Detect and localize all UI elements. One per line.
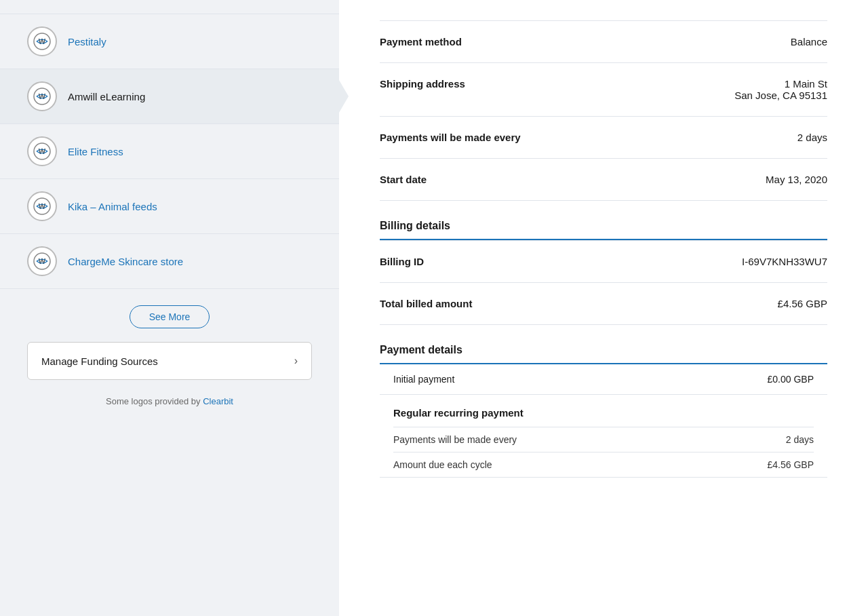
right-panel: Payment methodBalanceShipping address1 M…	[339, 0, 868, 616]
billing-label-0: Billing ID	[380, 256, 424, 267]
svg-text:W: W	[39, 147, 46, 155]
store-name-amwill: Amwill eLearning	[68, 91, 145, 102]
billing-row-0: Billing IDI-69V7KNH33WU7	[380, 240, 827, 283]
svg-text:W: W	[39, 202, 46, 210]
detail-value-1: 1 Main StSan Jose, CA 95131	[734, 78, 827, 101]
detail-label-0: Payment method	[380, 36, 462, 47]
detail-value-3: May 13, 2020	[766, 174, 827, 185]
clearbit-link[interactable]: Clearbit	[203, 396, 233, 406]
recurring-row-value-1: £4.56 GBP	[768, 459, 814, 470]
svg-text:W: W	[39, 257, 46, 265]
store-name-pestitaly: Pestitaly	[68, 36, 106, 47]
billing-heading: Billing details	[380, 220, 827, 240]
payment-section: Payment details Initial payment £0.00 GB…	[380, 344, 827, 478]
recurring-title: Regular recurring payment	[393, 407, 814, 419]
detail-row-0: Payment methodBalance	[380, 20, 827, 63]
see-more-container: See More	[0, 289, 339, 342]
detail-label-1: Shipping address	[380, 78, 465, 90]
store-item-elite[interactable]: W Elite Fitness	[0, 124, 339, 179]
detail-rows: Payment methodBalanceShipping address1 M…	[380, 20, 827, 201]
store-avatar-pestitaly: W	[27, 26, 57, 56]
billing-row-1: Total billed amount£4.56 GBP	[380, 283, 827, 325]
store-item-pestitaly[interactable]: W Pestitaly	[0, 14, 339, 69]
manage-funding-label: Manage Funding Sources	[41, 355, 158, 367]
store-item-kika[interactable]: W Kika – Animal feeds	[0, 179, 339, 234]
billing-rows: Billing IDI-69V7KNH33WU7Total billed amo…	[380, 240, 827, 325]
store-avatar-amwill: W	[27, 81, 57, 111]
initial-payment-value: £0.00 GBP	[768, 374, 814, 385]
store-item-amwill[interactable]: W Amwill eLearning	[0, 69, 339, 124]
svg-text:W: W	[39, 92, 46, 100]
recurring-rows: Payments will be made every2 daysAmount …	[393, 427, 814, 477]
store-avatar-elite: W	[27, 136, 57, 166]
payment-heading: Payment details	[380, 344, 827, 364]
detail-value-0: Balance	[791, 36, 827, 47]
chevron-right-icon: ›	[294, 355, 298, 367]
see-more-button[interactable]: See More	[130, 305, 210, 328]
store-item-chargeme[interactable]: W ChargeMe Skincare store	[0, 234, 339, 289]
store-list: W Pestitaly W Amwill eLearning W Elite F…	[0, 14, 339, 289]
billing-section: Billing details Billing IDI-69V7KNH33WU7…	[380, 220, 827, 325]
recurring-row-0: Payments will be made every2 days	[393, 427, 814, 452]
billing-value-1: £4.56 GBP	[778, 298, 827, 309]
detail-row-2: Payments will be made every2 days	[380, 117, 827, 159]
manage-funding-button[interactable]: Manage Funding Sources ›	[27, 342, 312, 380]
clearbit-attribution: Some logos provided by Clearbit	[0, 396, 339, 406]
store-name-kika: Kika – Animal feeds	[68, 201, 157, 212]
initial-payment-row: Initial payment £0.00 GBP	[380, 364, 827, 395]
recurring-row-label-1: Amount due each cycle	[393, 459, 492, 470]
detail-label-3: Start date	[380, 174, 427, 185]
store-name-chargeme: ChargeMe Skincare store	[68, 256, 183, 267]
billing-label-1: Total billed amount	[380, 298, 472, 309]
store-avatar-chargeme: W	[27, 246, 57, 276]
store-avatar-kika: W	[27, 191, 57, 221]
recurring-row-1: Amount due each cycle£4.56 GBP	[393, 452, 814, 477]
recurring-block: Regular recurring payment Payments will …	[380, 395, 827, 478]
detail-value-2: 2 days	[797, 132, 827, 143]
billing-value-0: I-69V7KNH33WU7	[742, 256, 827, 267]
recurring-row-value-0: 2 days	[786, 434, 814, 445]
store-name-elite: Elite Fitness	[68, 146, 123, 157]
detail-row-3: Start dateMay 13, 2020	[380, 159, 827, 201]
recurring-row-label-0: Payments will be made every	[393, 434, 517, 445]
detail-row-1: Shipping address1 Main StSan Jose, CA 95…	[380, 63, 827, 117]
left-panel: W Pestitaly W Amwill eLearning W Elite F…	[0, 0, 339, 616]
detail-label-2: Payments will be made every	[380, 132, 521, 143]
initial-payment-label: Initial payment	[393, 374, 454, 385]
svg-text:W: W	[39, 37, 46, 45]
